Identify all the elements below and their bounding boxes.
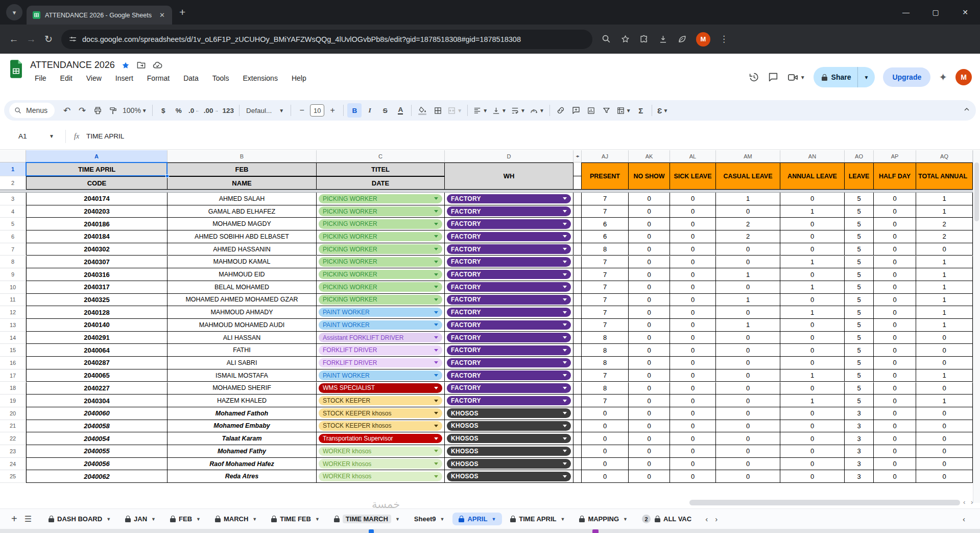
row-header-1[interactable]: 1 bbox=[0, 163, 26, 176]
cell-AP-row13[interactable]: 0 bbox=[874, 319, 916, 332]
cell-AO-row11[interactable]: 5 bbox=[845, 294, 874, 307]
close-button[interactable]: ✕ bbox=[950, 0, 980, 25]
more-formats-button[interactable]: 123 bbox=[221, 103, 236, 118]
column-header-AM[interactable]: AM bbox=[716, 150, 780, 163]
dropdown-triangle-icon[interactable] bbox=[434, 361, 438, 364]
cell-code-row13[interactable]: 2040140 bbox=[26, 319, 168, 332]
cell-hidden-row15[interactable] bbox=[573, 344, 582, 357]
vertical-scrollbar-thumb[interactable] bbox=[974, 163, 979, 221]
cell-code-row5[interactable]: 2040186 bbox=[26, 218, 168, 230]
cell-AN-row3[interactable]: 0 bbox=[780, 193, 845, 205]
cell-hidden-row23[interactable] bbox=[573, 445, 582, 458]
dropdown-triangle-icon[interactable] bbox=[563, 210, 567, 213]
row-header-6[interactable]: 6 bbox=[0, 230, 26, 243]
cell-AO-row18[interactable]: 5 bbox=[845, 382, 874, 395]
dropdown-triangle-icon[interactable] bbox=[434, 261, 438, 263]
sheet-tab-april[interactable]: APRIL▼ bbox=[452, 513, 502, 525]
cell-AP-row4[interactable]: 0 bbox=[874, 205, 916, 218]
cell-AM-row17[interactable]: 0 bbox=[716, 369, 780, 382]
row-header-12[interactable]: 12 bbox=[0, 306, 26, 319]
sheet-tab-sheet9[interactable]: Sheet9▼ bbox=[408, 513, 451, 525]
cell-AQ-row11[interactable]: 1 bbox=[916, 294, 973, 307]
bookmark-star-icon[interactable] bbox=[620, 34, 630, 44]
cell-AQ-row3[interactable]: 1 bbox=[916, 193, 973, 205]
menu-extensions[interactable]: Extensions bbox=[238, 74, 282, 83]
cell-name-row21[interactable]: Mohamed Embaby bbox=[168, 420, 317, 433]
menu-view[interactable]: View bbox=[82, 74, 106, 83]
tab-dropdown-icon[interactable]: ▼ bbox=[623, 517, 628, 522]
cell-AM-row12[interactable]: 0 bbox=[716, 306, 780, 319]
cell-AN-row21[interactable]: 0 bbox=[780, 420, 845, 433]
cell-AJ-row16[interactable]: 8 bbox=[582, 357, 629, 369]
dropdown-triangle-icon[interactable] bbox=[563, 400, 567, 402]
increase-font-size-button[interactable]: + bbox=[325, 103, 340, 118]
paint-format-icon[interactable] bbox=[106, 103, 120, 118]
title-dropdown-chip[interactable]: PICKING WORKER bbox=[319, 244, 442, 254]
cell-AJ-row6[interactable]: 6 bbox=[582, 230, 629, 243]
dropdown-triangle-icon[interactable] bbox=[563, 298, 567, 301]
title-dropdown-chip[interactable]: PICKING WORKER bbox=[319, 282, 442, 292]
font-select[interactable]: Defaul...▼ bbox=[243, 107, 287, 114]
dropdown-triangle-icon[interactable] bbox=[563, 437, 567, 440]
cell-name-row17[interactable]: ISMAIL MOSTAFA bbox=[168, 369, 317, 382]
bold-button[interactable]: B bbox=[347, 103, 362, 118]
cell-title-row15[interactable]: FORKLIFT DRIVER bbox=[317, 344, 445, 357]
dropdown-triangle-icon[interactable] bbox=[563, 235, 567, 238]
dropdown-triangle-icon[interactable] bbox=[434, 323, 438, 326]
cell-AL-row16[interactable]: 0 bbox=[670, 357, 716, 369]
column-header-AO[interactable]: AO bbox=[845, 150, 874, 163]
cell-AJ-row22[interactable]: 0 bbox=[582, 432, 629, 445]
cell-title-row4[interactable]: PICKING WORKER bbox=[317, 205, 445, 218]
cell-hidden-row17[interactable] bbox=[573, 369, 582, 382]
cell-AK-row6[interactable]: 0 bbox=[629, 230, 670, 243]
dropdown-triangle-icon[interactable] bbox=[434, 235, 438, 238]
title-dropdown-chip[interactable]: PICKING WORKER bbox=[319, 206, 442, 216]
cell-code-row15[interactable]: 2040064 bbox=[26, 344, 168, 357]
cell-AJ-row4[interactable]: 7 bbox=[582, 205, 629, 218]
row-header-3[interactable]: 3 bbox=[0, 193, 26, 205]
cell-hidden-row5[interactable] bbox=[573, 218, 582, 230]
cell-AQ-row12[interactable]: 1 bbox=[916, 306, 973, 319]
cell-AQ-row8[interactable]: 1 bbox=[916, 256, 973, 269]
meet-button[interactable]: ▼ bbox=[787, 72, 805, 83]
cell-AM-row8[interactable]: 0 bbox=[716, 256, 780, 269]
cell-AO-row6[interactable]: 5 bbox=[845, 230, 874, 243]
header-leave[interactable]: LEAVE bbox=[845, 163, 874, 190]
cell-C1[interactable]: TITEL bbox=[317, 163, 445, 176]
cell-AL-row15[interactable]: 0 bbox=[670, 344, 716, 357]
cell-AL-row24[interactable]: 0 bbox=[670, 458, 716, 471]
cell-dept-row24[interactable]: KHOSOS bbox=[445, 458, 573, 471]
menu-tools[interactable]: Tools bbox=[208, 74, 234, 83]
column-header-C[interactable]: C bbox=[317, 150, 445, 163]
dropdown-triangle-icon[interactable] bbox=[563, 462, 567, 465]
row-header-4[interactable]: 4 bbox=[0, 205, 26, 218]
italic-button[interactable]: I bbox=[363, 103, 377, 118]
row-header-2[interactable]: 2 bbox=[0, 176, 26, 190]
download-icon[interactable] bbox=[658, 34, 668, 44]
cell-AQ-row4[interactable]: 1 bbox=[916, 205, 973, 218]
cell-AP-row10[interactable]: 0 bbox=[874, 281, 916, 294]
cell-AO-row8[interactable]: 5 bbox=[845, 256, 874, 269]
cell-AQ-row9[interactable]: 1 bbox=[916, 268, 973, 281]
cell-AK-row20[interactable]: 0 bbox=[629, 407, 670, 420]
starred-icon[interactable] bbox=[121, 61, 130, 70]
cell-AK-row10[interactable]: 0 bbox=[629, 281, 670, 294]
cell-dept-row17[interactable]: FACTORY bbox=[445, 369, 573, 382]
header-annual-leave[interactable]: ANNUAL LEAVE bbox=[780, 163, 845, 190]
cell-A2[interactable]: CODE bbox=[26, 176, 168, 190]
cell-AK-row15[interactable]: 0 bbox=[629, 344, 670, 357]
title-dropdown-chip[interactable]: Transportation Supervisor bbox=[319, 434, 442, 444]
dropdown-triangle-icon[interactable] bbox=[563, 286, 567, 288]
cell-AN-row12[interactable]: 1 bbox=[780, 306, 845, 319]
cell-AQ-row21[interactable]: 0 bbox=[916, 420, 973, 433]
vertical-scrollbar[interactable] bbox=[973, 150, 980, 503]
cell-name-row5[interactable]: MOHAMED MAGDY bbox=[168, 218, 317, 230]
cell-title-row20[interactable]: STOCK KEEPER khosos bbox=[317, 407, 445, 420]
title-dropdown-chip[interactable]: PAINT WORKER bbox=[319, 320, 442, 330]
column-header-AP[interactable]: AP bbox=[874, 150, 916, 163]
cell-AM-row21[interactable]: 0 bbox=[716, 420, 780, 433]
cell-AQ-row10[interactable]: 1 bbox=[916, 281, 973, 294]
cell-AL-row12[interactable]: 0 bbox=[670, 306, 716, 319]
tab-dropdown-icon[interactable]: ▼ bbox=[560, 517, 565, 522]
tab-dropdown-icon[interactable]: ▼ bbox=[151, 517, 156, 522]
